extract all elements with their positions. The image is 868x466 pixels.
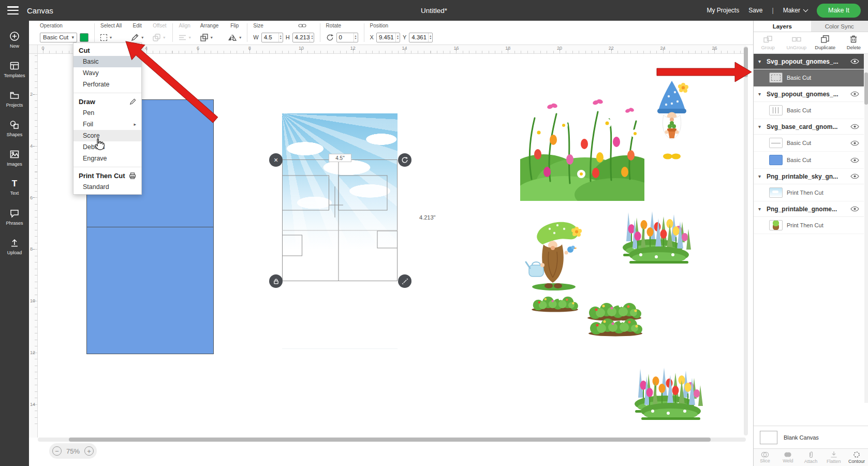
caret-down-icon[interactable]: ▾	[758, 59, 763, 64]
menu-item-engrave[interactable]: Engrave	[73, 153, 141, 164]
layer-group-header[interactable]: ▾ Png_printable_gnome...	[754, 201, 864, 217]
sidebar-item-shapes[interactable]: Shapes	[0, 113, 29, 143]
delete-button[interactable]: Delete	[840, 32, 868, 53]
sidebar-item-templates[interactable]: Templates	[0, 54, 29, 84]
x-input[interactable]: 9.451 ▴▾	[376, 33, 400, 42]
sidebar-item-upload[interactable]: Upload	[0, 231, 29, 261]
edit-button[interactable]: Edit ▾	[126, 22, 148, 43]
flatten-button[interactable]: Flatten	[822, 449, 845, 466]
visibility-eye-icon[interactable]	[850, 173, 859, 179]
flip-button[interactable]: Flip ▾	[223, 22, 246, 43]
menu-item-foil[interactable]: Foil ▸	[73, 119, 141, 130]
zoom-in-button[interactable]: +	[84, 446, 94, 456]
width-input[interactable]: 4.5 ▴▾	[261, 33, 283, 42]
panel-scrollbar-thumb[interactable]	[864, 72, 868, 105]
lock-handle[interactable]	[269, 274, 283, 288]
layer-group-header[interactable]: ▾ Svg_base_card_gnom...	[754, 119, 864, 135]
contour-button[interactable]: Contour	[845, 449, 868, 466]
layer-row[interactable]: Basic Cut	[754, 152, 864, 169]
menu-icon[interactable]	[7, 6, 19, 14]
visibility-eye-icon[interactable]	[850, 157, 859, 163]
rotate-group: Rotate 0 ▴▾	[321, 22, 363, 43]
blank-canvas-row[interactable]: Blank Canvas	[754, 426, 868, 448]
x-stepper[interactable]: ▴▾	[395, 33, 400, 42]
height-input[interactable]: 4.213 ▴▾	[292, 33, 314, 42]
grass-mound-pair-image[interactable]	[586, 298, 649, 339]
menu-item-standard[interactable]: Standard	[73, 181, 141, 193]
make-it-button[interactable]: Make It	[817, 4, 861, 18]
menu-item-perforate[interactable]: Perforate	[73, 79, 141, 90]
card-template-wireframe[interactable]	[282, 159, 398, 281]
operation-color-swatch[interactable]	[80, 33, 89, 42]
layer-row[interactable]: Print Then Cut	[754, 217, 864, 234]
weld-button[interactable]: Weld	[776, 449, 799, 466]
layer-row[interactable]: Basic Cut	[754, 102, 864, 119]
flower-garden-top-image[interactable]	[619, 209, 693, 264]
vertical-scrollbar[interactable]	[744, 46, 748, 435]
rotate-icon[interactable]	[326, 34, 334, 41]
slice-button[interactable]: Slice	[754, 449, 776, 466]
save-link[interactable]: Save	[748, 7, 762, 14]
visibility-eye-icon[interactable]	[850, 140, 859, 146]
tab-color-sync[interactable]: Color Sync	[811, 21, 868, 32]
group-button[interactable]: Group	[754, 32, 782, 53]
y-stepper[interactable]: ▴▾	[428, 33, 432, 42]
blank-canvas-swatch[interactable]	[760, 431, 777, 444]
caret-down-icon[interactable]: ▾	[758, 173, 763, 179]
sidebar-item-text[interactable]: T Text	[0, 172, 29, 202]
layer-row[interactable]: Print Then Cut	[754, 184, 864, 201]
visibility-eye-icon[interactable]	[850, 59, 859, 64]
layer-group-header[interactable]: ▾ Png_printable_sky_gn...	[754, 169, 864, 184]
align-button[interactable]: Align ▾	[174, 22, 196, 43]
menu-item-wavy[interactable]: Wavy	[73, 67, 141, 79]
ungroup-button[interactable]: UnGroup	[782, 32, 811, 53]
caret-down-icon[interactable]: ▾	[758, 124, 763, 129]
caret-down-icon[interactable]: ▾	[758, 206, 763, 212]
select-all-button[interactable]: Select All ▾	[96, 22, 126, 43]
chevron-down-icon: ▾	[239, 35, 241, 40]
grass-mound-small-image[interactable]	[527, 293, 582, 314]
tab-layers[interactable]: Layers	[754, 21, 811, 32]
visibility-eye-icon[interactable]	[850, 124, 859, 129]
resize-handle[interactable]	[398, 274, 411, 288]
rotate-input[interactable]: 0 ▴▾	[336, 33, 358, 42]
sidebar-item-phrases[interactable]: Phrases	[0, 202, 29, 231]
width-stepper[interactable]: ▴▾	[278, 33, 283, 42]
caret-down-icon[interactable]: ▾	[758, 91, 763, 97]
flower-garden-bottom-image[interactable]	[631, 366, 708, 420]
duplicate-button[interactable]: Duplicate	[811, 32, 840, 53]
layer-group-header[interactable]: ▾ Svg_popout_gnomes_...	[754, 86, 864, 102]
visibility-eye-icon[interactable]	[850, 91, 859, 97]
size-lock-link-icon[interactable]	[298, 23, 306, 28]
horizontal-scrollbar-thumb[interactable]	[69, 438, 711, 442]
layer-group-header[interactable]: ▾ Svg_popout_gnomes_...	[754, 54, 864, 69]
flower-meadow-image[interactable]	[520, 78, 644, 203]
sidebar-item-images[interactable]: Images	[0, 143, 29, 172]
zoom-out-button[interactable]: −	[52, 446, 62, 456]
visibility-eye-icon[interactable]	[850, 206, 859, 212]
layer-row[interactable]: Basic Cut	[754, 69, 864, 86]
machine-selector[interactable]: Maker	[783, 7, 807, 14]
menu-item-score[interactable]: Score	[73, 130, 141, 141]
rotate-stepper[interactable]: ▴▾	[354, 33, 358, 42]
rotate-handle[interactable]	[398, 153, 411, 167]
attach-button[interactable]: Attach	[799, 449, 822, 466]
offset-button[interactable]: Offset ▾	[148, 22, 171, 43]
blue-gnome-image[interactable]	[653, 79, 690, 163]
menu-item-basic[interactable]: Basic	[73, 56, 141, 67]
sidebar-item-new[interactable]: New	[0, 25, 29, 54]
menu-item-deboss[interactable]: Deboss	[73, 141, 141, 153]
operation-dropdown[interactable]: Basic Cut ▾	[40, 33, 77, 42]
sidebar-item-projects[interactable]: Projects	[0, 84, 29, 113]
arrange-button[interactable]: Arrange ▾	[196, 22, 224, 43]
my-projects-link[interactable]: My Projects	[707, 7, 739, 14]
menu-item-pen[interactable]: Pen	[73, 107, 141, 119]
vertical-scrollbar-thumb[interactable]	[744, 47, 748, 77]
delete-handle[interactable]: ×	[269, 153, 283, 167]
panel-scrollbar[interactable]	[864, 54, 868, 403]
layer-row[interactable]: Basic Cut	[754, 135, 864, 152]
green-gnome-image[interactable]	[525, 217, 588, 293]
horizontal-scrollbar[interactable]	[38, 438, 746, 442]
height-stepper[interactable]: ▴▾	[310, 33, 314, 42]
y-input[interactable]: 4.361 ▴▾	[409, 33, 433, 42]
